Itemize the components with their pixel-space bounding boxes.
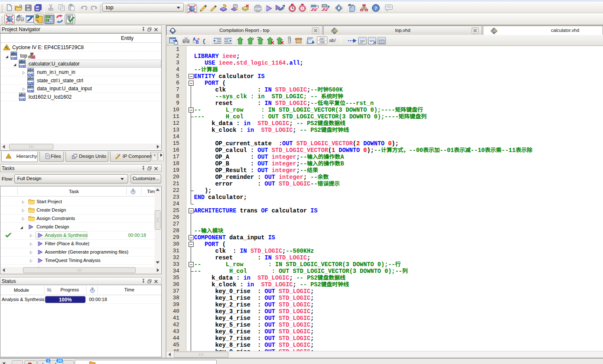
svg-text:abc: abc bbox=[491, 29, 498, 33]
svg-text:STOP: STOP bbox=[254, 8, 261, 10]
svg-text:abc: abc bbox=[19, 60, 26, 64]
svg-text:{ }: { } bbox=[202, 38, 209, 45]
svg-text:VHD: VHD bbox=[27, 73, 34, 76]
svg-text:ab/: ab/ bbox=[329, 38, 336, 43]
svg-text:abc: abc bbox=[19, 93, 26, 97]
svg-text:⛏: ⛏ bbox=[5, 46, 8, 50]
svg-text:?: ? bbox=[375, 5, 377, 11]
svg-text:268: 268 bbox=[320, 40, 325, 44]
svg-text:VHD: VHD bbox=[27, 89, 34, 93]
svg-text:VHD: VHD bbox=[27, 81, 34, 85]
svg-text:B: B bbox=[196, 40, 199, 45]
svg-text:abc: abc bbox=[27, 68, 34, 72]
svg-text:VHD: VHD bbox=[10, 56, 17, 60]
svg-text:!: ! bbox=[302, 7, 303, 10]
svg-text:abc: abc bbox=[27, 84, 34, 89]
svg-text:abc: abc bbox=[10, 52, 17, 56]
svg-text:abc: abc bbox=[27, 76, 34, 81]
svg-text:VHD: VHD bbox=[19, 64, 26, 68]
svg-text:VHD: VHD bbox=[19, 97, 26, 101]
